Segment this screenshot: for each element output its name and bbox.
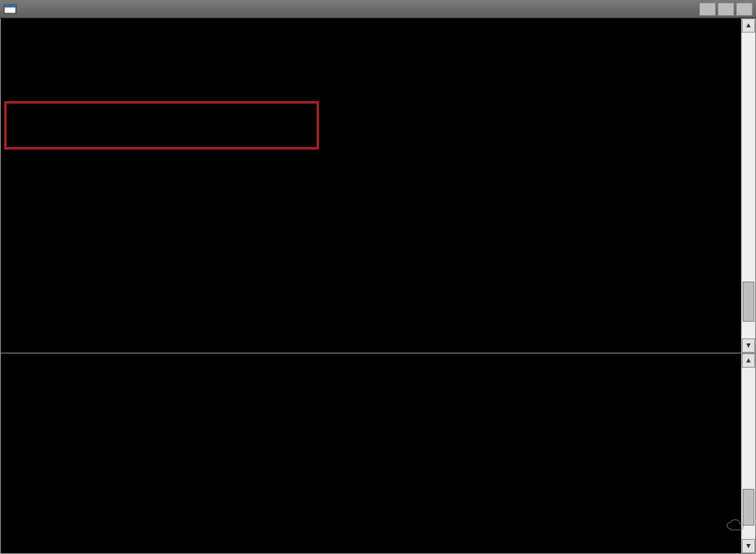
maximize-button[interactable] xyxy=(718,3,734,16)
app-icon xyxy=(3,3,17,16)
titlebar xyxy=(0,0,756,18)
terminal-pane-top[interactable]: ▲ ▼ xyxy=(0,18,756,353)
scroll-up-icon[interactable]: ▲ xyxy=(742,353,755,368)
minimize-button[interactable] xyxy=(699,3,716,16)
scroll-down-icon[interactable]: ▼ xyxy=(742,539,755,553)
close-button[interactable] xyxy=(736,3,753,16)
terminal-output-bottom xyxy=(1,353,740,553)
scroll-up-icon[interactable]: ▲ xyxy=(742,18,755,33)
scrollbar-bottom[interactable]: ▲ ▼ xyxy=(741,353,755,553)
scrollbar-top[interactable]: ▲ ▼ xyxy=(741,18,755,353)
svg-rect-1 xyxy=(4,5,16,8)
scroll-thumb[interactable] xyxy=(743,282,754,322)
scroll-track[interactable] xyxy=(742,368,755,539)
scroll-down-icon[interactable]: ▼ xyxy=(742,338,755,353)
window-buttons xyxy=(699,3,753,16)
scroll-track[interactable] xyxy=(742,33,755,338)
scroll-thumb[interactable] xyxy=(743,489,754,526)
terminal-output-top xyxy=(1,18,740,353)
terminal-pane-bottom[interactable]: ▲ ▼ xyxy=(0,353,756,554)
